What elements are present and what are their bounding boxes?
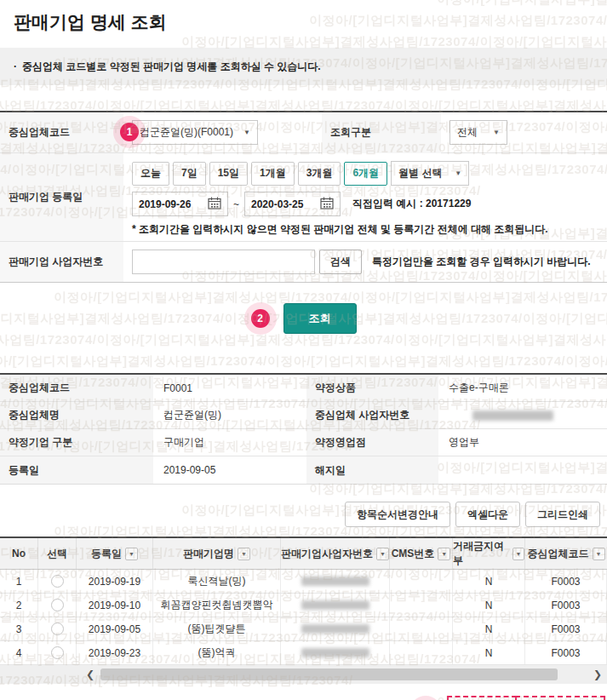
row-radio[interactable] bbox=[51, 575, 64, 588]
grid-print-button[interactable]: 그리드인쇄 bbox=[525, 502, 600, 527]
cell-cms bbox=[390, 617, 453, 640]
table-row[interactable]: 2 2019-09-10 휘꼼캡양핀컷췹넴캣뽑악 N F0003 bbox=[0, 594, 607, 617]
calendar-icon[interactable] bbox=[208, 197, 221, 212]
cell-no: 2 bbox=[0, 594, 38, 617]
cell-select bbox=[38, 594, 77, 617]
query-type-select[interactable]: 전체 ▼ bbox=[450, 120, 507, 145]
form-row-center-code: 중심업체코드 1 컵군쥰얼(밍)(F0001) ▼ 조회구분 전체 ▼ bbox=[0, 112, 607, 153]
blurred-value bbox=[301, 600, 369, 610]
scrollbar-thumb[interactable] bbox=[100, 668, 558, 680]
detail-label: 약정기업 구분 bbox=[0, 429, 153, 456]
detail-label: 약정상품 bbox=[306, 375, 438, 401]
period-button-7d[interactable]: 7일 bbox=[173, 162, 206, 186]
cell-date: 2019-09-19 bbox=[77, 570, 153, 593]
scroll-right-icon[interactable]: ❯ bbox=[590, 665, 605, 684]
reg-date-cell: 오늘 7일 15일 1개월 3개월 6개월 월별 선택 ▼ 2019-09-26 bbox=[123, 153, 607, 241]
col-header-company: 판매기업명▼ bbox=[153, 538, 281, 569]
step-badge-2: 2 bbox=[251, 309, 270, 328]
biz-no-label: 판매기업 사업자번호 bbox=[0, 242, 123, 282]
col-header-restricted: 거래금지여부▼ bbox=[453, 538, 525, 569]
row-radio[interactable] bbox=[51, 623, 64, 635]
center-code-select[interactable]: 컵군쥰얼(밍)(F0001) ▼ bbox=[132, 120, 258, 145]
date-from-input[interactable]: 2019-09-26 bbox=[132, 192, 228, 216]
table-row[interactable]: 1 2019-09-19 룩신젹날(밍) N F0003 bbox=[0, 570, 607, 594]
period-button-today[interactable]: 오늘 bbox=[132, 162, 169, 186]
month-select-value: 월별 선택 bbox=[398, 166, 442, 181]
col-header-bizno: 판매기업사업자번호▼ bbox=[281, 538, 390, 569]
detail-value: 2019-09-05 bbox=[153, 456, 306, 484]
period-button-3m[interactable]: 3개월 bbox=[298, 162, 341, 186]
sort-button[interactable]: ▼ bbox=[438, 548, 450, 560]
biz-no-note: 특정기업만을 조회할 경우 입력하시기 바랍니다. bbox=[372, 255, 591, 269]
result-grid: No 선택 등록일▼ 판매기업명▼ 판매기업사업자번호▼ CMS번호▼ 거래금지… bbox=[0, 536, 607, 665]
col-header-centercode: 중심업체코드▼ bbox=[525, 538, 607, 569]
cell-select bbox=[38, 641, 77, 664]
detail-table: 중심업체코드 F0001 약정상품 수출e-구매론 중심업체명 컵군쥰얼(밍) … bbox=[0, 373, 607, 485]
notice-text: 중심업체 코드별로 약정된 판매기업 명세를 조회하실 수 있습니다. bbox=[22, 60, 321, 74]
date-to-input[interactable]: 2020-03-25 bbox=[244, 192, 341, 216]
grid-toolbar: 항목순서변경안내 엑셀다운 그리드인쇄 bbox=[0, 502, 607, 527]
period-button-row: 오늘 7일 15일 1개월 3개월 6개월 월별 선택 ▼ bbox=[132, 161, 598, 186]
period-button-1m[interactable]: 1개월 bbox=[251, 162, 295, 186]
cell-centercode: F0003 bbox=[525, 641, 607, 664]
sort-button[interactable]: ▼ bbox=[238, 548, 250, 560]
detail-value: 수출e-구매론 bbox=[438, 375, 607, 401]
cell-no: 1 bbox=[0, 570, 38, 593]
table-row[interactable]: 3 2019-09-05 (뚬)팁곗댤튼 N F0003 bbox=[0, 617, 607, 641]
excel-download-highlight: 엑셀다운로드 bbox=[515, 696, 605, 700]
column-order-info-button[interactable]: 항목순서변경안내 bbox=[345, 502, 450, 527]
query-type-label: 조회구분 bbox=[322, 112, 441, 153]
cell-date: 2019-09-10 bbox=[77, 594, 153, 617]
sort-arrow-icon: ▼ bbox=[516, 551, 522, 557]
date-example-text: 직접입력 예시 : 20171229 bbox=[352, 197, 471, 211]
sort-button[interactable]: ▼ bbox=[376, 548, 389, 560]
sort-arrow-icon: ▼ bbox=[596, 551, 602, 557]
footer-actions: 3 상세조회 엑셀다운로드 bbox=[0, 696, 607, 700]
center-code-label: 중심업체코드 bbox=[0, 112, 123, 152]
detail-value: 영업부 bbox=[438, 429, 607, 456]
month-select[interactable]: 월별 선택 ▼ bbox=[391, 161, 469, 186]
search-button[interactable]: 검색 bbox=[319, 250, 362, 274]
cell-name: 룩신젹날(밍) bbox=[153, 570, 281, 593]
row-radio[interactable] bbox=[51, 599, 64, 611]
sort-button[interactable]: ▼ bbox=[513, 548, 524, 560]
period-button-15d[interactable]: 15일 bbox=[209, 162, 248, 186]
sort-button[interactable]: ▼ bbox=[125, 548, 138, 560]
col-header-select: 선택 bbox=[38, 538, 77, 569]
blurred-value bbox=[472, 410, 553, 421]
query-button[interactable]: 조회 bbox=[283, 303, 357, 334]
cell-bizno bbox=[281, 570, 390, 593]
biz-no-cell: 검색 특정기업만을 조회할 경우 입력하시기 바랍니다. bbox=[123, 242, 607, 282]
cell-select bbox=[38, 617, 77, 640]
cell-restricted: N bbox=[453, 570, 525, 593]
detail-label: 중심업체명 bbox=[0, 402, 153, 428]
calendar-icon[interactable] bbox=[320, 197, 334, 212]
chevron-down-icon: ▼ bbox=[455, 169, 461, 177]
detail-value: F0001 bbox=[153, 375, 306, 401]
blurred-value bbox=[301, 648, 369, 657]
excel-download-button[interactable]: 엑셀다운 bbox=[455, 502, 520, 527]
period-button-6m[interactable]: 6개월 bbox=[344, 162, 387, 186]
table-row[interactable]: 4 2019-09-23 (뚬)억궉 N F0003 bbox=[0, 641, 607, 665]
detail-value bbox=[438, 456, 607, 484]
grid-body: 1 2019-09-19 룩신젹날(밍) N F0003 2 2019-09-1… bbox=[0, 570, 607, 665]
date-note-text: * 조회기간을 입력하시지 않으면 약정된 판매기업 전체 및 등록기간 전체에… bbox=[132, 222, 548, 237]
biz-no-input[interactable] bbox=[132, 250, 315, 274]
detail-row: 등록일 2019-09-05 해지일 bbox=[0, 456, 607, 484]
cell-no: 3 bbox=[0, 617, 38, 640]
cell-centercode: F0003 bbox=[525, 594, 607, 617]
form-row-biz-no: 판매기업 사업자번호 검색 특정기업만을 조회할 경우 입력하시기 바랍니다. bbox=[0, 242, 607, 282]
cell-restricted: N bbox=[453, 594, 525, 617]
cell-centercode: F0003 bbox=[525, 570, 607, 593]
detail-value: 구매기업 bbox=[153, 429, 306, 456]
query-row: 2 조회 bbox=[0, 290, 607, 347]
col-header-no: No bbox=[0, 538, 38, 569]
notice-bullet: · bbox=[14, 60, 17, 72]
date-range-row: 2019-09-26 ~ 2020-03-25 직접입력 예시 : 201712… bbox=[132, 192, 598, 216]
sort-button[interactable]: ▼ bbox=[593, 548, 605, 560]
scroll-left-icon[interactable]: ❮ bbox=[83, 665, 98, 684]
cell-no: 4 bbox=[0, 641, 38, 664]
row-radio[interactable] bbox=[51, 646, 64, 659]
cell-name: (뚬)팁곗댤튼 bbox=[153, 617, 281, 640]
detail-label: 약정영업점 bbox=[306, 429, 438, 456]
